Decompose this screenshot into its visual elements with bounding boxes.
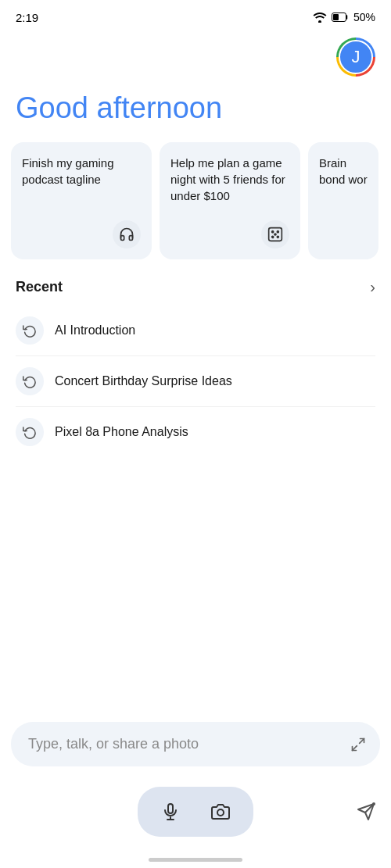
bottom-bar [0,787,391,837]
svg-rect-11 [168,804,173,813]
input-area: Type, talk, or share a photo [11,722,380,766]
camera-button[interactable] [203,795,238,829]
suggestion-card-1[interactable]: Help me plan a game night with 5 friends… [160,142,300,259]
recent-item-label-2: Pixel 8a Phone Analysis [55,425,188,439]
status-icons: 50% [313,11,375,23]
svg-point-7 [277,236,278,238]
expand-icon[interactable] [350,737,366,752]
status-bar: 2:19 50% [0,0,391,31]
send-button[interactable] [357,802,375,821]
history-icon-0 [16,316,44,345]
svg-point-5 [277,230,278,232]
svg-point-8 [274,234,276,235]
suggestion-text-2: Brain bond wor [319,155,368,248]
input-placeholder: Type, talk, or share a photo [28,736,199,752]
recent-item-2[interactable]: Pixel 8a Phone Analysis [16,407,375,457]
history-icon-1 [16,367,44,395]
recent-section: Recent › AI Introduction Concert Birthda… [0,259,391,457]
mic-button[interactable] [153,795,188,829]
greeting-section: Good afternoon [0,83,391,142]
suggestion-text-0: Finish my gaming podcast tagline [22,155,141,213]
avatar[interactable]: J [339,40,373,74]
suggestion-text-1: Help me plan a game night with 5 friends… [170,155,289,213]
svg-rect-2 [333,14,339,20]
greeting-text: Good afternoon [16,91,222,124]
svg-point-4 [272,230,274,232]
svg-point-0 [318,20,321,23]
recent-header: Recent › [16,278,375,296]
svg-point-14 [217,809,224,816]
suggestions-container: Finish my gaming podcast tagline Help me… [0,142,391,259]
suggestion-icon-dice [261,220,289,248]
recent-title: Recent [16,279,63,295]
recent-item-1[interactable]: Concert Birthday Surprise Ideas [16,356,375,407]
svg-point-6 [272,236,274,238]
mic-camera-group [138,787,253,837]
history-icon-2 [16,418,44,446]
svg-line-9 [360,738,364,743]
status-time: 2:19 [16,11,38,24]
avatar-ring[interactable]: J [336,38,375,77]
suggestion-card-0[interactable]: Finish my gaming podcast tagline [11,142,152,259]
recent-item-label-1: Concert Birthday Surprise Ideas [55,374,232,388]
suggestion-icon-headphone [113,220,141,248]
svg-point-17 [372,802,375,805]
input-box[interactable]: Type, talk, or share a photo [11,722,380,766]
home-indicator [149,858,242,862]
recent-more-button[interactable]: › [370,278,375,296]
avatar-container: J [0,31,391,83]
recent-item-label-0: AI Introduction [55,323,135,338]
wifi-icon [313,12,327,23]
battery-percent: 50% [353,11,375,23]
svg-line-10 [353,745,357,750]
battery-icon [332,13,349,22]
suggestion-card-2[interactable]: Brain bond wor [308,142,378,259]
recent-item-0[interactable]: AI Introduction [16,305,375,356]
